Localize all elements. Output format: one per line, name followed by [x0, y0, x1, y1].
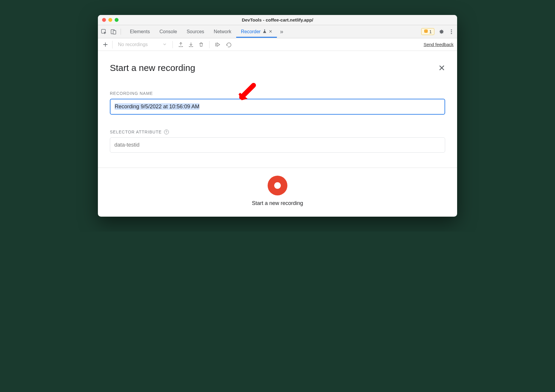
minimize-window-button[interactable] [108, 18, 112, 22]
recordings-dropdown-label: No recordings [118, 42, 148, 47]
page-title: Start a new recording [110, 63, 195, 73]
tabs-overflow-icon[interactable]: » [277, 28, 286, 35]
recording-name-input[interactable]: Recording 9/5/2022 at 10:56:09 AM [110, 99, 445, 115]
svg-point-6 [451, 29, 452, 31]
new-recording-icon[interactable] [101, 41, 109, 48]
svg-rect-9 [216, 43, 216, 46]
tab-close-icon[interactable]: × [269, 28, 272, 35]
more-menu-icon[interactable] [449, 29, 454, 34]
tab-recorder[interactable]: Recorder × [236, 25, 277, 38]
divider [172, 41, 173, 48]
titlebar: DevTools - coffee-cart.netlify.app/ [98, 15, 457, 25]
selector-attribute-label: SELECTOR ATTRIBUTE ? [110, 130, 445, 134]
tab-console[interactable]: Console [155, 26, 182, 37]
recordings-dropdown[interactable]: No recordings [116, 42, 168, 47]
start-recording-button[interactable] [268, 176, 287, 195]
tab-elements[interactable]: Elements [125, 26, 155, 37]
import-icon[interactable] [187, 41, 195, 48]
tab-network[interactable]: Network [209, 26, 236, 37]
recording-name-label: RECORDING NAME [110, 91, 445, 96]
footer: Start a new recording [98, 168, 457, 217]
recorder-toolbar: No recordings Send feedback [98, 38, 457, 51]
tab-sources[interactable]: Sources [182, 26, 209, 37]
replay-icon[interactable] [225, 41, 233, 48]
warning-icon [424, 29, 428, 34]
send-feedback-link[interactable]: Send feedback [424, 42, 454, 47]
play-step-icon[interactable] [214, 41, 222, 48]
help-icon[interactable]: ? [164, 130, 169, 134]
flask-icon [263, 29, 267, 34]
svg-rect-2 [113, 31, 116, 34]
warning-count: 1 [429, 29, 432, 34]
devtools-window: DevTools - coffee-cart.netlify.app/ Elem… [98, 15, 457, 217]
tabbar: Elements Console Sources Network Recorde… [98, 25, 457, 38]
svg-rect-4 [426, 30, 426, 31]
device-toggle-icon[interactable] [110, 29, 116, 35]
export-icon[interactable] [177, 41, 185, 48]
svg-rect-5 [426, 32, 426, 32]
settings-icon[interactable] [439, 29, 445, 35]
inspect-element-icon[interactable] [101, 29, 107, 35]
main-panel: Start a new recording ✕ RECORDING NAME R… [98, 51, 457, 168]
divider [209, 41, 210, 48]
warnings-badge[interactable]: 1 [421, 28, 434, 35]
chevron-down-icon [163, 42, 166, 47]
delete-icon[interactable] [197, 41, 205, 48]
recording-name-value: Recording 9/5/2022 at 10:56:09 AM [115, 103, 199, 110]
close-window-button[interactable] [102, 18, 106, 22]
selector-attribute-input[interactable] [110, 137, 445, 153]
start-recording-label: Start a new recording [252, 200, 303, 206]
svg-point-7 [451, 31, 452, 32]
traffic-lights [102, 18, 119, 22]
maximize-window-button[interactable] [115, 18, 119, 22]
svg-point-8 [451, 33, 452, 34]
close-panel-icon[interactable]: ✕ [438, 63, 445, 73]
window-title: DevTools - coffee-cart.netlify.app/ [242, 17, 313, 22]
